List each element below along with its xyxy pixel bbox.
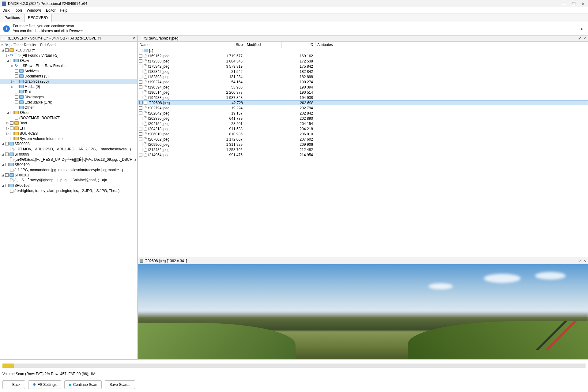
filelist-checkbox[interactable] <box>140 37 143 40</box>
checkbox[interactable] <box>15 80 18 83</box>
checkbox[interactable] <box>139 148 142 151</box>
tree-row[interactable]: (,, .. $ _ 🬀racey瞋ighonp, _j_p_g_ , .ßal… <box>0 178 137 183</box>
tree-row[interactable]: ▷↻▷[All Found / Virtual FS] <box>0 53 137 58</box>
file-row[interactable]: f182898.jpeg131 234182 898 <box>138 74 588 79</box>
checkbox[interactable] <box>5 184 9 187</box>
tree-twisty-icon[interactable]: ▷ <box>11 64 14 67</box>
tree-twisty-icon[interactable]: ▷ <box>6 132 9 135</box>
file-row[interactable]: f202698.jpeg42 728202 698 <box>138 100 588 105</box>
tree-twisty-icon[interactable]: ◢ <box>1 153 4 156</box>
file-row[interactable]: f214954.jpeg991 476214 954 <box>138 152 588 157</box>
checkbox[interactable] <box>139 75 142 78</box>
checkbox[interactable] <box>5 142 9 145</box>
checkbox[interactable] <box>15 100 18 104</box>
tree-row[interactable]: ▷↻$Raw - Filter Raw Results <box>0 63 137 68</box>
filelist-max-icon[interactable]: ⤢ <box>578 36 581 40</box>
tree-row[interactable]: System Volume Information <box>0 136 137 141</box>
tree-row[interactable]: ▷Media (9) <box>0 84 137 89</box>
checkbox[interactable] <box>15 69 18 73</box>
tree-row[interactable]: Archives <box>0 68 137 74</box>
tree-twisty-icon[interactable]: ◢ <box>1 163 4 166</box>
checkbox[interactable] <box>139 59 142 63</box>
col-size[interactable]: Size <box>208 42 245 48</box>
tree-twisty-icon[interactable]: ▷ <box>6 126 9 130</box>
file-row[interactable]: f182842.jpeg21 545182 842 <box>138 69 588 74</box>
menu-windows[interactable]: Windows <box>27 8 42 13</box>
file-row[interactable]: f194938.jpeg1 987 848194 938 <box>138 95 588 100</box>
file-row-up[interactable]: [..] <box>138 48 588 53</box>
tree-row[interactable]: ◢$R00100 <box>0 162 137 167</box>
info-collapse-icon[interactable]: ▲ <box>580 27 585 30</box>
tree-twisty-icon[interactable]: ▷ <box>11 85 14 88</box>
checkbox[interactable] <box>5 163 9 166</box>
file-row[interactable]: f209906.jpeg1 311 929209 906 <box>138 142 588 147</box>
tab-partitions[interactable]: Partitions <box>1 14 23 22</box>
checkbox[interactable] <box>5 153 9 156</box>
tree-row[interactable]: ▷SOURCES <box>0 131 137 136</box>
tree-row[interactable]: Text <box>0 89 137 94</box>
close-button[interactable]: ✕ <box>581 1 585 6</box>
checkbox[interactable] <box>139 85 142 89</box>
tree-close-icon[interactable]: ✕ <box>132 36 135 40</box>
checkbox[interactable] <box>10 126 13 130</box>
checkbox[interactable] <box>15 74 18 78</box>
tree-row[interactable]: DiskImages <box>0 94 137 100</box>
filelist-close-icon[interactable]: ✕ <box>583 36 586 40</box>
tree-row[interactable]: Other <box>0 105 137 110</box>
file-row[interactable]: f206010.jpeg810 985206 010 <box>138 131 588 137</box>
tree-row[interactable]: ◢$Raw <box>0 58 137 63</box>
checkbox[interactable] <box>139 153 142 156</box>
tree-row[interactable]: (skyhighfun, tracey_alan_posingforpics, … <box>0 188 137 193</box>
continue-scan-button[interactable]: ▶ Continue Scan <box>64 380 102 389</box>
refresh-icon[interactable]: ↻ <box>10 53 13 57</box>
tree-row[interactable]: ◢$R00098 <box>0 141 137 146</box>
menu-help[interactable]: Help <box>60 8 67 13</box>
tree-twisty-icon[interactable]: ▷ <box>11 80 14 83</box>
tree-row[interactable]: (_PT.MOV, _ARL2.PSD, _ARL1.JPG, _ARL2.JP… <box>0 146 137 152</box>
col-id[interactable]: ID <box>282 42 315 48</box>
checkbox[interactable] <box>15 85 18 88</box>
checkbox[interactable] <box>139 122 142 125</box>
fs-settings-button[interactable]: ⚙ FS Settings <box>28 380 61 389</box>
tree-row[interactable]: ◢$R00102 <box>0 183 137 188</box>
save-scan-button[interactable]: Save Scan... <box>105 380 135 389</box>
tree-twisty-icon[interactable]: ◢ <box>6 111 9 114</box>
checkbox[interactable] <box>15 95 18 99</box>
maximize-button[interactable]: ☐ <box>572 1 576 6</box>
checkbox[interactable] <box>15 90 18 93</box>
tree-twisty-icon[interactable]: ▷ <box>6 54 9 57</box>
tree-row[interactable]: ◢$F00099 <box>0 152 137 157</box>
tree-row[interactable]: ◢$F00101 <box>0 172 137 178</box>
checkbox[interactable] <box>139 80 142 84</box>
checkbox[interactable] <box>139 101 143 104</box>
tree-twisty-icon[interactable]: ◢ <box>6 59 9 62</box>
refresh-icon[interactable]: ↻ <box>5 43 8 47</box>
play-icon[interactable]: ▷ <box>18 53 21 58</box>
tree-row[interactable]: ▷Boot <box>0 120 137 126</box>
tree-row[interactable]: Executable (178) <box>0 100 137 105</box>
tree-twisty-icon[interactable]: ◢ <box>1 142 4 145</box>
file-row[interactable]: f202890.jpeg641 789202 890 <box>138 116 588 121</box>
checkbox[interactable] <box>139 65 142 68</box>
file-row[interactable]: f190274.jpeg54 164190 274 <box>138 79 588 85</box>
checkbox[interactable] <box>139 106 142 110</box>
tree-twisty-icon[interactable]: ◢ <box>1 184 4 187</box>
tree-row[interactable]: ▷Graphics (266) <box>0 79 137 84</box>
file-row[interactable]: f169162.jpeg1 719 577169 162 <box>138 53 588 58</box>
checkbox[interactable] <box>139 70 142 73</box>
tree-row[interactable]: (μτΦΘΩ±≥≤.∫∫÷, _RESS_UP, D┬┴¬±▓▒É╫.¦½½, … <box>0 157 137 162</box>
tree-twisty-icon[interactable]: ◢ <box>1 173 4 177</box>
checkbox[interactable] <box>19 64 22 67</box>
checkbox[interactable] <box>10 132 13 135</box>
file-row[interactable]: f204218.jpeg911 538204 218 <box>138 126 588 131</box>
checkbox[interactable] <box>139 117 142 120</box>
col-attributes[interactable]: Attributes <box>315 42 588 48</box>
tree-twisty-icon[interactable]: ▷ <box>6 121 9 125</box>
file-row[interactable]: f190514.jpeg2 260 378190 514 <box>138 90 588 95</box>
checkbox[interactable] <box>139 49 142 52</box>
minimize-button[interactable]: — <box>562 1 566 6</box>
file-row[interactable]: f204154.jpeg28 201204 154 <box>138 121 588 126</box>
tree-row[interactable]: ◢RECOVERY <box>0 47 137 53</box>
checkbox[interactable] <box>5 173 9 177</box>
checkbox[interactable] <box>139 96 142 99</box>
